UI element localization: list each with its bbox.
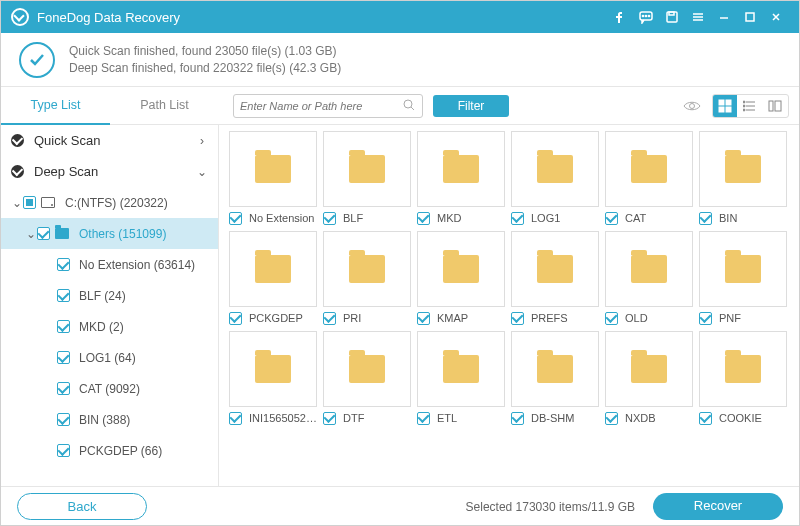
- tab-type-list[interactable]: Type List: [1, 87, 110, 125]
- sidebar-quick-scan[interactable]: Quick Scan›: [1, 125, 218, 156]
- file-cell[interactable]: PREFS: [511, 231, 601, 327]
- save-icon[interactable]: [659, 4, 685, 30]
- folder-thumbnail: [229, 231, 317, 307]
- sidebar-item[interactable]: BLF (24): [1, 280, 218, 311]
- sidebar-item[interactable]: LOG1 (64): [1, 342, 218, 373]
- file-cell[interactable]: ETL: [417, 331, 507, 427]
- svg-rect-17: [775, 101, 781, 111]
- view-grid-button[interactable]: [713, 95, 737, 117]
- folder-icon: [349, 155, 385, 183]
- file-cell[interactable]: CAT: [605, 131, 695, 227]
- folder-icon: [631, 255, 667, 283]
- checkbox[interactable]: [699, 212, 712, 225]
- sidebar-drive[interactable]: ⌄C:(NTFS) (220322): [1, 187, 218, 218]
- folder-thumbnail: [229, 131, 317, 207]
- sidebar-item[interactable]: PCKGDEP (66): [1, 435, 218, 466]
- file-cell[interactable]: PRI: [323, 231, 413, 327]
- search-input[interactable]: [240, 100, 403, 112]
- back-button[interactable]: Back: [17, 493, 147, 520]
- file-cell[interactable]: DTF: [323, 331, 413, 427]
- file-name: KMAP: [437, 312, 468, 324]
- folder-thumbnail: [417, 231, 505, 307]
- checkbox[interactable]: [417, 212, 430, 225]
- checkbox[interactable]: [417, 412, 430, 425]
- svg-rect-12: [726, 107, 731, 112]
- sidebar-deep-scan[interactable]: Deep Scan⌄: [1, 156, 218, 187]
- file-cell[interactable]: BIN: [699, 131, 789, 227]
- checkbox[interactable]: [229, 312, 242, 325]
- search-icon: [403, 99, 416, 112]
- file-cell[interactable]: No Extension: [229, 131, 319, 227]
- checkbox[interactable]: [605, 412, 618, 425]
- file-cell[interactable]: INI1565052569: [229, 331, 319, 427]
- checkbox[interactable]: [57, 444, 70, 457]
- tab-path-list[interactable]: Path List: [110, 87, 219, 125]
- minimize-button[interactable]: [711, 4, 737, 30]
- checkbox[interactable]: [57, 320, 70, 333]
- sidebar-item[interactable]: BIN (388): [1, 404, 218, 435]
- sidebar-item[interactable]: CAT (9092): [1, 373, 218, 404]
- file-cell[interactable]: DB-SHM: [511, 331, 601, 427]
- checkbox[interactable]: [699, 412, 712, 425]
- file-cell[interactable]: COOKIE: [699, 331, 789, 427]
- checkbox[interactable]: [323, 212, 336, 225]
- checkbox[interactable]: [605, 312, 618, 325]
- checkbox[interactable]: [57, 351, 70, 364]
- checkbox[interactable]: [323, 312, 336, 325]
- checkbox[interactable]: [511, 212, 524, 225]
- view-detail-button[interactable]: [763, 95, 787, 117]
- checkbox[interactable]: [37, 227, 50, 240]
- checkbox[interactable]: [57, 413, 70, 426]
- checkbox[interactable]: [323, 412, 336, 425]
- file-cell[interactable]: LOG1: [511, 131, 601, 227]
- chevron-right-icon: ›: [196, 134, 208, 148]
- checkbox[interactable]: [511, 312, 524, 325]
- checkbox[interactable]: [417, 312, 430, 325]
- titlebar: FoneDog Data Recovery: [1, 1, 799, 33]
- file-cell[interactable]: MKD: [417, 131, 507, 227]
- checkbox[interactable]: [605, 212, 618, 225]
- sidebar-item[interactable]: MKD (2): [1, 311, 218, 342]
- facebook-icon[interactable]: [607, 4, 633, 30]
- chevron-down-icon: ⌄: [25, 227, 37, 241]
- menu-icon[interactable]: [685, 4, 711, 30]
- svg-rect-6: [746, 13, 754, 21]
- file-cell[interactable]: OLD: [605, 231, 695, 327]
- checkbox[interactable]: [57, 258, 70, 271]
- checkbox[interactable]: [229, 412, 242, 425]
- recover-button[interactable]: Recover: [653, 493, 783, 520]
- search-box[interactable]: [233, 94, 423, 118]
- view-list-button[interactable]: [738, 95, 762, 117]
- check-dot-icon: [11, 165, 24, 178]
- folder-icon: [255, 155, 291, 183]
- file-name: PCKGDEP: [249, 312, 303, 324]
- checkbox[interactable]: [23, 196, 36, 209]
- checkbox[interactable]: [57, 289, 70, 302]
- folder-thumbnail: [417, 331, 505, 407]
- file-cell[interactable]: KMAP: [417, 231, 507, 327]
- close-button[interactable]: [763, 4, 789, 30]
- quick-scan-summary: Quick Scan finished, found 23050 file(s)…: [69, 43, 341, 60]
- file-cell[interactable]: PCKGDEP: [229, 231, 319, 327]
- file-grid: No ExtensionBLFMKDLOG1CATBINPCKGDEPPRIKM…: [219, 125, 799, 486]
- file-name: OLD: [625, 312, 648, 324]
- sidebar-item[interactable]: No Extension (63614): [1, 249, 218, 280]
- checkbox[interactable]: [57, 382, 70, 395]
- feedback-icon[interactable]: [633, 4, 659, 30]
- folder-icon: [537, 355, 573, 383]
- preview-icon[interactable]: [680, 95, 704, 117]
- checkbox[interactable]: [511, 412, 524, 425]
- file-cell[interactable]: BLF: [323, 131, 413, 227]
- file-cell[interactable]: PNF: [699, 231, 789, 327]
- checkbox[interactable]: [699, 312, 712, 325]
- file-cell[interactable]: NXDB: [605, 331, 695, 427]
- file-name: DTF: [343, 412, 364, 424]
- checkbox[interactable]: [229, 212, 242, 225]
- maximize-button[interactable]: [737, 4, 763, 30]
- file-name: PNF: [719, 312, 741, 324]
- sidebar-others[interactable]: ⌄Others (151099): [1, 218, 218, 249]
- filter-button[interactable]: Filter: [433, 95, 509, 117]
- svg-point-8: [690, 103, 695, 108]
- check-dot-icon: [11, 134, 24, 147]
- svg-point-13: [743, 101, 745, 103]
